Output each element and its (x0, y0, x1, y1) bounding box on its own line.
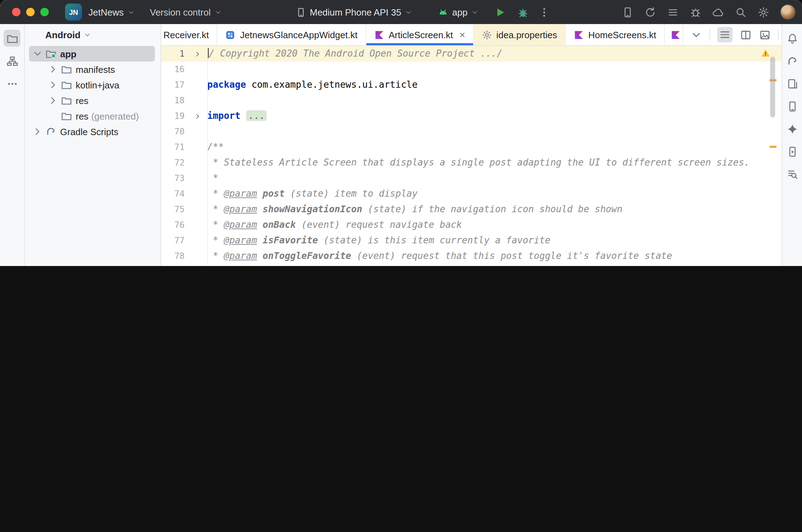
tree-item-gradle-scripts[interactable]: Gradle Scripts (29, 124, 155, 139)
code-line-75[interactable]: 75 * @param showNavigationIcon (state) i… (161, 202, 781, 217)
gutter[interactable]: 18 (161, 93, 207, 108)
chevron-spacer[interactable] (47, 110, 59, 122)
more-actions-button[interactable] (538, 6, 550, 18)
line-number[interactable]: 1 (161, 46, 185, 62)
line-number[interactable]: 18 (161, 93, 185, 108)
code-editor[interactable]: 1/ Copyright 2020 The Android Open Sourc… (161, 46, 781, 266)
line-number[interactable]: 73 (161, 170, 185, 186)
list-button[interactable] (667, 6, 679, 18)
more-icon[interactable] (4, 75, 21, 92)
code-text[interactable]: /** (207, 139, 781, 155)
user-avatar[interactable] (780, 4, 796, 20)
code-line-71[interactable]: 71/** (161, 139, 781, 155)
code-line-78[interactable]: 78 * @param onToggleFavorite (event) req… (161, 248, 781, 264)
chevron-right-icon[interactable] (32, 126, 43, 137)
code-line-74[interactable]: 74 * @param post (state) item to display (161, 186, 781, 202)
gutter[interactable]: 78 (161, 248, 207, 264)
gutter[interactable]: 1 (161, 46, 207, 62)
code-line-79[interactable]: 79 * @param lazyListState (state) the [L… (161, 264, 781, 266)
line-number[interactable]: 78 (161, 248, 185, 264)
editor-scrollbar[interactable] (770, 57, 775, 117)
inspection-warning-indicator[interactable] (760, 48, 771, 58)
line-number[interactable]: 16 (161, 62, 185, 77)
project-menu[interactable]: JetNews (88, 7, 135, 17)
code-text[interactable] (207, 62, 781, 77)
code-line-1[interactable]: 1/ Copyright 2020 The Android Open Sourc… (161, 46, 781, 62)
tab-stub[interactable] (665, 24, 683, 45)
gutter[interactable]: 17 (161, 77, 207, 93)
tab-jetnewsglanceappwidget-kt[interactable]: JetnewsGlanceAppWidget.kt (217, 24, 366, 45)
gradle-icon[interactable] (784, 52, 801, 69)
fold-chevron-icon[interactable] (194, 50, 202, 58)
project-folder-icon[interactable] (4, 30, 21, 47)
gutter[interactable]: 72 (161, 155, 207, 170)
code-text[interactable]: * @param post (state) item to display (207, 186, 781, 202)
code-line-70[interactable]: 70 (161, 124, 781, 139)
line-number[interactable]: 70 (161, 124, 185, 139)
line-number[interactable]: 19 (161, 108, 185, 124)
code-text[interactable]: * @param isFavorite (state) is this item… (207, 233, 781, 248)
line-number[interactable]: 76 (161, 217, 185, 233)
tree-item-app[interactable]: app (29, 46, 155, 62)
sync-button[interactable] (644, 6, 656, 18)
line-number[interactable]: 77 (161, 233, 185, 248)
tree-item-res[interactable]: res(generated) (29, 108, 155, 124)
gutter[interactable]: 73 (161, 170, 207, 186)
code-line-76[interactable]: 76 * @param onBack (event) request navig… (161, 217, 781, 233)
tab-articlescreen-kt[interactable]: ArticleScreen.kt× (366, 24, 473, 45)
gutter[interactable]: 75 (161, 202, 207, 217)
code-text[interactable]: * @param onBack (event) request navigate… (207, 217, 781, 233)
code-text[interactable]: * @param lazyListState (state) the [Lazy… (207, 264, 781, 266)
code-text[interactable]: * @param onToggleFavorite (event) reques… (207, 248, 781, 264)
device-mirroring-button[interactable] (622, 6, 634, 18)
device-manager-icon[interactable] (784, 98, 801, 115)
split-editor-button[interactable] (740, 29, 752, 41)
gutter[interactable]: 71 (161, 139, 207, 155)
cloud-devices-button[interactable] (712, 6, 724, 18)
device-explorer-icon[interactable] (784, 75, 801, 92)
minimize-window-button[interactable] (26, 8, 35, 16)
search-everywhere-button[interactable] (735, 6, 747, 18)
code-line-16[interactable]: 16 (161, 62, 781, 77)
chevron-down-icon[interactable] (32, 48, 43, 59)
gutter[interactable]: 76 (161, 217, 207, 233)
code-text[interactable]: * @param showNavigationIcon (state) if t… (207, 202, 781, 217)
tree-item-res[interactable]: res (29, 93, 155, 108)
tree-item-manifests[interactable]: manifests (29, 62, 155, 77)
code-line-17[interactable]: 17package com.example.jetnews.ui.article (161, 77, 781, 93)
hierarchy-icon[interactable] (4, 52, 21, 69)
close-window-button[interactable] (12, 8, 21, 16)
gutter[interactable]: 19 (161, 108, 207, 124)
tab-receiver-kt[interactable]: Receiver.kt (161, 24, 217, 45)
hidden-tabs-button[interactable] (690, 29, 702, 41)
view-mode-button[interactable] (717, 27, 733, 42)
project-view-selector[interactable]: Android (25, 24, 161, 46)
chevron-right-icon[interactable] (47, 95, 59, 106)
fold-chevron-icon[interactable] (194, 112, 202, 120)
code-line-73[interactable]: 73 * (161, 170, 781, 186)
line-number[interactable]: 75 (161, 202, 185, 217)
code-line-18[interactable]: 18 (161, 93, 781, 108)
line-number[interactable]: 17 (161, 77, 185, 93)
gutter[interactable]: 74 (161, 186, 207, 202)
code-text[interactable] (207, 124, 781, 139)
device-selector[interactable]: Medium Phone API 35 (296, 7, 413, 17)
tab-homescreens-kt[interactable]: HomeScreens.kt (566, 24, 665, 45)
chevron-right-icon[interactable] (47, 79, 59, 91)
code-line-77[interactable]: 77 * @param isFavorite (state) is this i… (161, 233, 781, 248)
code-text[interactable]: * Stateless Article Screen that displays… (207, 155, 781, 170)
running-devices-icon[interactable] (784, 143, 801, 160)
code-text[interactable]: * (207, 170, 781, 186)
chevron-right-icon[interactable] (47, 64, 59, 75)
gutter[interactable]: 70 (161, 124, 207, 139)
code-line-72[interactable]: 72 * Stateless Article Screen that displ… (161, 155, 781, 170)
close-icon[interactable]: × (459, 30, 465, 40)
bug-report-button[interactable] (690, 6, 702, 18)
gutter[interactable]: 77 (161, 233, 207, 248)
gemini-icon[interactable] (784, 120, 801, 137)
code-text[interactable]: package com.example.jetnews.ui.article (207, 77, 781, 93)
code-line-19[interactable]: 19import ... (161, 108, 781, 124)
notifications-icon[interactable] (784, 30, 801, 47)
run-config-selector[interactable]: app (438, 7, 479, 17)
line-number[interactable]: 79 (161, 264, 185, 266)
